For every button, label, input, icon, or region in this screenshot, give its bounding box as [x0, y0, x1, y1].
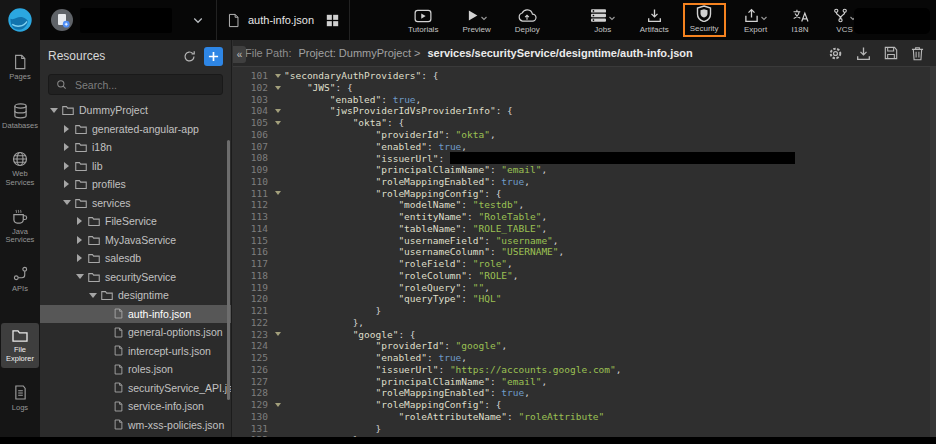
code-line[interactable]: 104 "jwsProviderIdVsProviderInfo": {	[233, 105, 930, 117]
code-line[interactable]: 105 "okta": {	[233, 117, 930, 129]
chevron-collapsed-icon[interactable]	[74, 236, 85, 244]
code-line[interactable]: 126 "issuerUrl": "https://accounts.googl…	[233, 364, 930, 376]
fold-arrow-icon[interactable]	[271, 329, 284, 341]
editor-scrollbar[interactable]	[930, 67, 936, 437]
open-file-tab[interactable]: auth-info.json	[216, 0, 350, 40]
code-line[interactable]: 109 "principalClaimName": "email",	[233, 164, 930, 176]
tool-artifacts[interactable]: Artifacts	[636, 5, 673, 36]
tree-file-intercept-urls.json[interactable]: intercept-urls.json	[40, 342, 231, 361]
code-line[interactable]: 127 "principalClaimName": "email",	[233, 376, 930, 388]
grid-icon[interactable]	[326, 14, 339, 27]
tool-export[interactable]: Export	[740, 5, 772, 36]
code-area[interactable]: 101"secondaryAuthProviders": {102 "JWS":…	[233, 67, 930, 437]
tree-item-label: intercept-urls.json	[128, 345, 211, 357]
code-line[interactable]: 123 "google": {	[233, 329, 930, 341]
tool-tutorials[interactable]: Tutorials	[404, 5, 442, 36]
add-resource-button[interactable]	[204, 47, 223, 66]
chevron-down-icon[interactable]	[192, 14, 204, 26]
tree-file-service-info.json[interactable]: service-info.json	[40, 397, 231, 416]
chevron-collapsed-icon[interactable]	[61, 125, 72, 133]
fold-arrow-icon[interactable]	[271, 399, 284, 411]
tree-folder-salesdb[interactable]: salesdb	[40, 249, 231, 268]
code-line[interactable]: 106 "providerId": "okta",	[233, 129, 930, 141]
collapse-panel-button[interactable]: «	[233, 46, 246, 63]
tree-folder-generated-angular-app[interactable]: generated-angular-app	[40, 120, 231, 139]
chevron-collapsed-icon[interactable]	[61, 143, 72, 151]
resources-scrollbar[interactable]	[227, 140, 230, 400]
chevron-collapsed-icon[interactable]	[61, 162, 72, 170]
code-line[interactable]: 119 "roleQuery": "",	[233, 282, 930, 294]
code-line[interactable]: 117 "roleField": "role",	[233, 258, 930, 270]
code-line[interactable]: 107 "enabled": true,	[233, 141, 930, 153]
code-line[interactable]: 111 "roleMappingConfig": {	[233, 188, 930, 200]
project-selector[interactable]	[50, 8, 204, 33]
chevron-expanded-icon[interactable]	[74, 274, 85, 279]
tree-file-general-options.json[interactable]: general-options.json	[40, 323, 231, 342]
tree-folder-MyJavaService[interactable]: MyJavaService	[40, 231, 231, 250]
code-line[interactable]: 103 "enabled": true,	[233, 94, 930, 106]
code-line[interactable]: 131 }	[233, 423, 930, 435]
fold-arrow-icon[interactable]	[271, 188, 284, 200]
tree-folder-FileService[interactable]: FileService	[40, 212, 231, 231]
app-logo[interactable]	[0, 0, 40, 40]
tool-deploy[interactable]: Deploy	[511, 5, 544, 36]
tree-folder-profiles[interactable]: profiles	[40, 175, 231, 194]
code-line[interactable]: 116 "usernameColumn": "USERNAME",	[233, 246, 930, 258]
tree-file-securityService_API.json[interactable]: securityService_API.json	[40, 379, 231, 398]
sidebar-item-logs[interactable]: Logs	[1, 381, 39, 417]
tool-jobs[interactable]: Jobs	[586, 5, 620, 36]
chevron-collapsed-icon[interactable]	[61, 180, 72, 188]
fold-arrow-icon[interactable]	[271, 70, 284, 82]
code-line[interactable]: 113 "entityName": "RoleTable",	[233, 211, 930, 223]
code-line[interactable]: 114 "tableName": "ROLE_TABLE",	[233, 223, 930, 235]
code-line[interactable]: 108 "issuerUrl":	[233, 152, 930, 164]
tree-folder-i18n[interactable]: i18n	[40, 138, 231, 157]
code-line[interactable]: 130 "roleAttributeName": "roleAttribute"	[233, 411, 930, 423]
tool-security[interactable]: Security	[683, 3, 726, 37]
chevron-expanded-icon[interactable]	[61, 200, 72, 205]
chevron-collapsed-icon[interactable]	[74, 217, 85, 225]
code-line[interactable]: 112 "modelName": "testdb",	[233, 199, 930, 211]
refresh-icon[interactable]	[183, 50, 196, 63]
tree-file-auth-info.json[interactable]: auth-info.json	[40, 305, 231, 324]
tree-folder-designtime[interactable]: designtime	[40, 286, 231, 305]
tool-preview[interactable]: Preview	[458, 5, 494, 36]
sidebar-item-apis[interactable]: APIs	[1, 262, 39, 298]
search-input[interactable]	[73, 78, 215, 92]
tree-file-wm-xss-policies.json[interactable]: wm-xss-policies.json	[40, 416, 231, 435]
sidebar-item-file-explorer[interactable]: File Explorer	[1, 323, 39, 367]
code-line[interactable]: 101"secondaryAuthProviders": {	[233, 70, 930, 82]
code-line[interactable]: 124 "providerId": "google",	[233, 340, 930, 352]
fold-arrow-icon[interactable]	[271, 105, 284, 117]
tree-folder-securityService[interactable]: securityService	[40, 268, 231, 287]
chevron-expanded-icon[interactable]	[87, 293, 98, 298]
fold-arrow-icon[interactable]	[271, 82, 284, 94]
chevron-expanded-icon[interactable]	[48, 108, 59, 113]
code-line[interactable]: 128 "roleMappingEnabled": true,	[233, 387, 930, 399]
tool-i18n[interactable]: I18N	[788, 5, 813, 36]
delete-button[interactable]	[911, 46, 924, 61]
code-line[interactable]: 102 "JWS": {	[233, 82, 930, 94]
sidebar-item-pages[interactable]: Pages	[1, 50, 39, 86]
tree-folder-DummyProject[interactable]: DummyProject	[40, 101, 231, 120]
save-button[interactable]	[884, 46, 898, 60]
code-line[interactable]: 121 }	[233, 305, 930, 317]
tree-folder-services[interactable]: services	[40, 194, 231, 213]
code-line[interactable]: 129 "roleMappingConfig": {	[233, 399, 930, 411]
code-line[interactable]: 120 "queryType": "HQL"	[233, 293, 930, 305]
fold-arrow-icon[interactable]	[271, 117, 284, 129]
tree-folder-lib[interactable]: lib	[40, 157, 231, 176]
sidebar-item-java-services[interactable]: Java Services	[1, 205, 39, 249]
sidebar-item-databases[interactable]: Databases	[1, 99, 39, 135]
settings-button[interactable]	[828, 46, 843, 61]
sidebar-item-web-services[interactable]: Web Services	[1, 147, 39, 191]
code-line[interactable]: 115 "usernameField": "username",	[233, 235, 930, 247]
code-line[interactable]: 122 },	[233, 317, 930, 329]
code-line[interactable]: 118 "roleColumn": "ROLE",	[233, 270, 930, 282]
download-button[interactable]	[856, 46, 871, 61]
code-line[interactable]: 125 "enabled": true,	[233, 352, 930, 364]
tree-file-roles.json[interactable]: roles.json	[40, 360, 231, 379]
code-text: "issuerUrl":	[284, 152, 795, 164]
code-line[interactable]: 110 "roleMappingEnabled": true,	[233, 176, 930, 188]
chevron-collapsed-icon[interactable]	[74, 254, 85, 262]
